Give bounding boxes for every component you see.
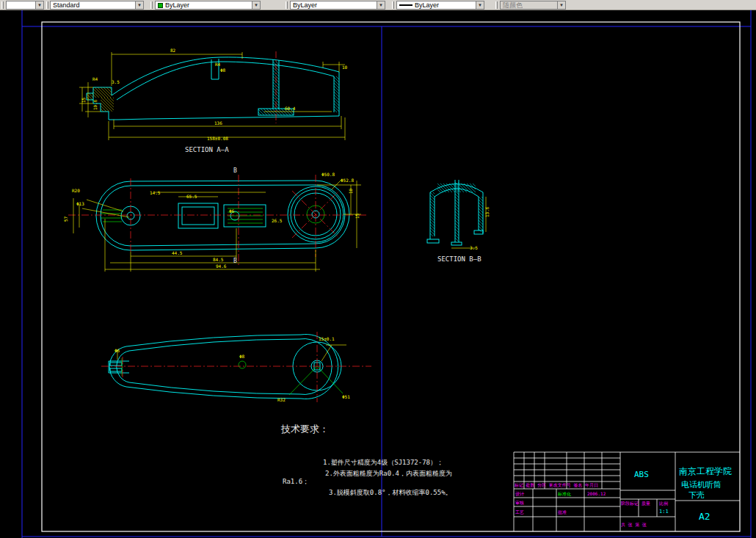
product-name-line2: 下壳 bbox=[688, 490, 705, 500]
section-a-label: SECTION A—A bbox=[185, 146, 229, 153]
dimension-label: 3.5 bbox=[470, 245, 478, 250]
approve-label: 批准 bbox=[558, 509, 567, 515]
dimension-label: 15±0.1 bbox=[319, 336, 335, 341]
dimension-label: R4 bbox=[215, 62, 221, 67]
dimension-label: R20 bbox=[72, 188, 80, 193]
dim-style-combo[interactable]: ▼ bbox=[6, 1, 44, 10]
tech-line: 3.脱模斜度取0.8°，材料收缩率0.55%。 bbox=[329, 489, 452, 496]
bottom-view-dimensions bbox=[117, 345, 346, 361]
dimension-label: 158±0.08 bbox=[207, 136, 228, 141]
dimension-label: 26.5 bbox=[272, 218, 283, 223]
dimension-label: 84.5 bbox=[213, 257, 224, 262]
cad-drawing: SECTION A—A bbox=[0, 10, 756, 538]
process-label: 工艺 bbox=[515, 509, 524, 515]
chevron-down-icon[interactable]: ▼ bbox=[476, 1, 484, 9]
chevron-down-icon: ▼ bbox=[557, 1, 565, 9]
drawing-border bbox=[42, 22, 740, 531]
hatch-area bbox=[455, 182, 459, 241]
dimension-label: 94.6 bbox=[216, 263, 227, 269]
dimension-label: 14.5 bbox=[150, 190, 161, 195]
dimension-label: 60.4 bbox=[285, 106, 296, 111]
dimension-label: Φ8 bbox=[220, 68, 226, 73]
toolbar-grip[interactable] bbox=[286, 1, 288, 9]
standard-label: 标准化 bbox=[557, 491, 571, 497]
dimension-label: 44.5 bbox=[172, 250, 183, 255]
dimension-label: Φ6 bbox=[115, 348, 120, 353]
chevron-down-icon[interactable]: ▼ bbox=[252, 1, 260, 9]
hatch-area bbox=[479, 197, 483, 232]
plan-view bbox=[96, 181, 349, 250]
color-control-combo[interactable]: ByLayer ▼ bbox=[155, 1, 261, 10]
dimension-label: Φ50.8 bbox=[321, 172, 335, 177]
toolbar-grip[interactable] bbox=[46, 1, 48, 9]
toolbar-grip[interactable] bbox=[1, 1, 4, 9]
check-label: 审核 bbox=[515, 500, 524, 505]
text-style-combo[interactable]: Standard ▼ bbox=[50, 1, 144, 10]
hatch-area bbox=[334, 76, 339, 112]
dimension-label: 82 bbox=[170, 48, 176, 53]
color-control-value: ByLayer bbox=[165, 1, 189, 9]
dimension-label: 65.5 bbox=[186, 194, 197, 199]
bottom-view-centerlines bbox=[101, 332, 371, 402]
dimension-label: Φ8 bbox=[239, 354, 245, 359]
plotstyle-control-value: 随颜色 bbox=[503, 1, 523, 9]
scale-label: 比例 bbox=[659, 501, 668, 506]
rev-header: 标记 处数 分区 更改文件号 签名 年月日 bbox=[514, 482, 598, 488]
chevron-down-icon[interactable]: ▼ bbox=[377, 1, 385, 9]
stage-label: 阶段标记 bbox=[621, 501, 639, 506]
model-space-canvas[interactable]: SECTION A—A bbox=[0, 10, 756, 538]
dimension-label: R4 bbox=[92, 76, 98, 81]
dimension-label: 10.6 bbox=[92, 99, 98, 110]
tech-line: Ra1.6； bbox=[283, 478, 309, 485]
scale-value: 1:1 bbox=[659, 509, 669, 515]
dimension-label: Φ13 bbox=[76, 201, 84, 206]
school-name: 南京工程学院 bbox=[679, 466, 732, 476]
weight-label: 质量 bbox=[641, 501, 650, 506]
lineweight-control-value: ByLayer bbox=[415, 1, 439, 9]
sheet-size: A2 bbox=[699, 511, 710, 522]
dimension-label: 13.6 bbox=[484, 206, 490, 217]
dimension-label: 10 bbox=[348, 188, 353, 194]
plotstyle-control-combo: 随颜色 ▼ bbox=[500, 1, 566, 10]
cut-line-label-bottom: B bbox=[233, 258, 237, 264]
dimension-label: 57 bbox=[63, 216, 68, 222]
toolbar-grip[interactable] bbox=[150, 1, 153, 9]
dimension-label: Φ52.8 bbox=[341, 178, 354, 183]
section-a-a-dimensions bbox=[79, 52, 345, 140]
dimension-label: Φ6 bbox=[229, 208, 235, 214]
dimension-label: 136 bbox=[214, 120, 222, 126]
object-properties-toolbar: ▼ Standard ▼ ByLayer ▼ ByLayer ▼ ByLayer… bbox=[0, 0, 756, 10]
tech-line: 1.塑件尺寸精度为4级（SJ1372-78）； bbox=[323, 459, 443, 466]
lineweight-control-combo[interactable]: ByLayer ▼ bbox=[396, 1, 484, 10]
hatch-area bbox=[430, 192, 435, 236]
technical-requirements: 技术要求： 1.塑件尺寸精度为4级（SJ1372-78）； 2.外表面粗糙度为R… bbox=[280, 424, 452, 496]
color-swatch-icon bbox=[158, 3, 163, 8]
lineweight-icon bbox=[399, 4, 412, 6]
product-name-line1: 电话机听筒 bbox=[681, 480, 722, 490]
text-style-value: Standard bbox=[53, 1, 80, 9]
hatch-area bbox=[93, 87, 112, 98]
chevron-down-icon[interactable]: ▼ bbox=[135, 1, 143, 9]
design-label: 设计 bbox=[515, 491, 524, 496]
material-value: ABS bbox=[634, 470, 649, 479]
cut-line-label-top: B bbox=[233, 167, 237, 174]
hatch-area bbox=[87, 93, 93, 100]
dimension-label: R32 bbox=[277, 397, 286, 402]
linetype-control-value: ByLayer bbox=[293, 1, 317, 9]
sheets-label: 共 张 第 张 bbox=[621, 522, 647, 528]
dimension-label: 10 bbox=[342, 65, 348, 70]
tech-line: 2.外表面粗糙度为Ra0.4，内表面粗糙度为 bbox=[325, 470, 452, 477]
toolbar-grip[interactable] bbox=[495, 1, 498, 9]
bottom-view bbox=[109, 335, 341, 399]
chevron-down-icon[interactable]: ▼ bbox=[35, 1, 43, 9]
toolbar-grip[interactable] bbox=[392, 1, 394, 9]
hatch-area bbox=[437, 183, 476, 192]
date-value: 2006.12 bbox=[587, 491, 606, 496]
dimension-label: Φ51 bbox=[342, 394, 350, 399]
section-b-label: SECTION B—B bbox=[437, 255, 481, 263]
dimension-label: 15 bbox=[81, 97, 86, 103]
hatch-area bbox=[101, 98, 114, 112]
dimension-label: 15 bbox=[355, 213, 360, 219]
linetype-control-combo[interactable]: ByLayer ▼ bbox=[290, 1, 385, 10]
tech-title: 技术要求： bbox=[280, 424, 329, 435]
